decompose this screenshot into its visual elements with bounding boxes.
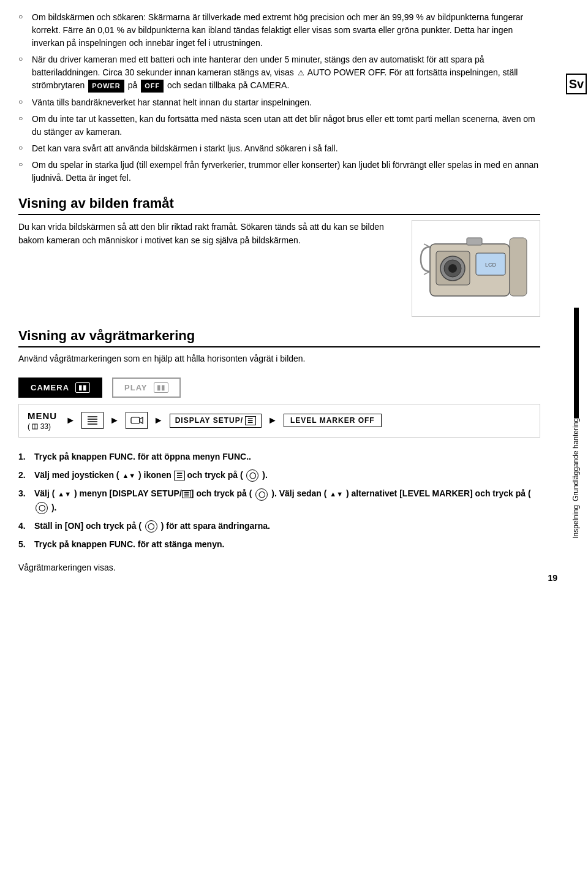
step-4: 4. Ställ in [ON] och tryck på ( ◯ ) för … [18,519,540,533]
circle-btn-inline-3a: ◯ [255,488,268,501]
svg-marker-16 [140,417,143,423]
svg-point-4 [448,264,457,273]
display-setup-text: DISPLAY SETUP/ [175,416,243,425]
menu-camera-icon [129,414,144,427]
power-button-label: POWER [88,80,124,93]
svg-rect-7 [467,238,482,245]
steps-list: 1. Tryck på knappen FUNC. för att öppna … [18,450,540,552]
menu-list-icon [85,414,100,427]
triangle-updown-icon-3b: ▲▼ [330,490,343,498]
bullet-item-5: Det kan vara svårt att använda bildskärm… [18,142,540,155]
visning-framaat-text: Du kan vrida bildskärmen så att den blir… [18,220,399,317]
display-setup-icon-inline: ☰ [182,490,191,498]
menu-row: MENU ( 33) ► ► [18,404,540,438]
play-mode-button[interactable]: PLAY ▮▮ [112,378,180,398]
menu-label-group: MENU ( 33) [28,411,59,431]
arrow-icon-4: ► [268,415,277,426]
level-marker-text: LEVEL MARKER OFF [290,416,375,425]
menu-label: MENU [28,411,57,421]
sidebar-label-grundlaggande: Grundläggande hantering [571,418,581,501]
step-3: 3. Välj ( ▲▼ ) menyn [DISPLAY SETUP/☰] o… [18,487,540,514]
bullet-item-1: Om bildskärmen och sökaren: Skärmarna är… [18,11,540,50]
bullet-item-4: Om du inte tar ut kassetten, kan du fort… [18,113,540,139]
sv-badge: Sv [566,74,587,94]
svg-text:LCD: LCD [485,262,497,268]
camera-svg: LCD [418,226,534,311]
step-5: 5. Tryck på knappen FUNC. för att stänga… [18,537,540,551]
svg-rect-8 [510,238,527,296]
camera-svg-box: LCD [412,220,540,317]
section2-heading: Visning av vågrätmarkering [18,328,540,347]
right-sidebar: Sv Grundläggande hantering Inspelning [565,0,588,869]
bullet-item-3: Vänta tills bandräkneverket har stannat … [18,96,540,109]
bullet-item-2: När du driver kameran med ett batteri oc… [18,53,540,93]
last-note: Vågrätmarkeringen visas. [18,561,540,574]
step-2: 2. Välj med joysticken ( ▲▼ ) ikonen ☰ o… [18,468,540,482]
circle-btn-inline-2: ◯ [246,469,258,482]
section2-intro: Använd vågrätmarkeringen som en hjälp at… [18,352,540,365]
circle-btn-inline-3b: ◯ [36,502,48,514]
bullet-list: Om bildskärmen och sökaren: Skärmarna är… [18,11,540,184]
sidebar-label-area: Grundläggande hantering Inspelning [571,303,581,539]
triangle-updown-icon: ▲▼ [122,472,135,479]
arrow-icon-1: ► [66,415,75,426]
menu-list-icon-inline: ☰ [174,471,185,480]
display-setup-box: DISPLAY SETUP/ ☰ [170,414,262,428]
display-setup-icon: ☰ [245,416,256,425]
book-icon [32,423,38,430]
camera-mode-button[interactable]: CAMERA ▮▮ [18,378,102,398]
warning-icon: ⚠ [298,67,304,78]
section1-heading: Visning av bilden framåt [18,195,540,215]
camera-tape-icon: ▮▮ [75,382,90,393]
off-button-label: OFF [141,80,164,93]
visning-framaat-layout: Du kan vrida bildskärmen så att den blir… [18,220,540,317]
sidebar-bar [574,308,579,418]
svg-rect-15 [131,417,140,423]
menu-ref: ( 33) [28,422,51,431]
bullet-item-6: Om du spelar in starka ljud (till exempe… [18,159,540,184]
arrow-icon-2: ► [110,415,119,426]
menu-camera-icon-box [126,412,148,429]
arrow-icon-3: ► [154,415,164,426]
camera-mode-label: CAMERA [31,383,69,392]
camera-illustration: LCD [412,220,540,317]
circle-btn-inline-4: ◯ [145,520,157,533]
menu-icon-box [81,412,104,429]
level-marker-box: LEVEL MARKER OFF [284,414,382,427]
step-1: 1. Tryck på knappen FUNC. för att öppna … [18,450,540,463]
sidebar-label-inspelning: Inspelning [571,505,581,539]
main-content: Om bildskärmen och sökaren: Skärmarna är… [18,11,540,574]
play-mode-label: PLAY [124,383,147,392]
mode-buttons-row: CAMERA ▮▮ PLAY ▮▮ [18,378,540,398]
play-tape-icon: ▮▮ [154,382,168,393]
triangle-updown-icon-3: ▲▼ [58,490,71,498]
page-number: 19 [548,573,557,583]
